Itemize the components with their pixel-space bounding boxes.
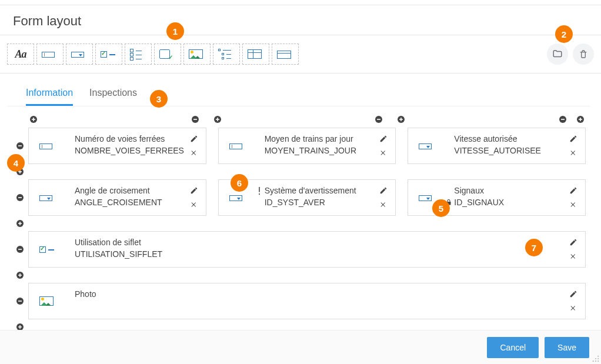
remove-field-button[interactable]: [569, 148, 578, 158]
field-label: Vitesse autorisée: [454, 134, 569, 143]
designer-scroll[interactable]: InformationInspections Numéro de voies f…: [0, 75, 597, 330]
field-card[interactable]: Utilisation de sifletUTILISATION_SIFFLET: [28, 231, 586, 268]
image-field-tool[interactable]: [183, 44, 211, 65]
select-field-icon: [38, 192, 57, 203]
panel-field-icon: [276, 48, 295, 60]
remove-field-button[interactable]: [189, 148, 199, 158]
tab-inspections[interactable]: Inspections: [89, 88, 137, 106]
column-handles: [12, 112, 586, 126]
field-card[interactable]: Angle de croisementANGLE_CROISEMENT: [28, 179, 206, 216]
text-field-icon: [41, 48, 59, 60]
edit-field-button[interactable]: [569, 238, 578, 247]
remove-field-button[interactable]: [379, 148, 388, 158]
edit-field-button[interactable]: [569, 134, 578, 143]
svg-point-22: [597, 360, 599, 362]
select-field-tool[interactable]: [66, 44, 93, 65]
remove-column-button[interactable]: [373, 114, 384, 125]
dialog-footer: Cancel Save: [0, 330, 601, 364]
add-column-button[interactable]: [212, 114, 223, 125]
resize-grip-icon[interactable]: [592, 355, 600, 363]
field-card[interactable]: Vitesse autoriséeVITESSE_AUTORISEE: [408, 128, 586, 164]
add-column-button[interactable]: [575, 114, 586, 125]
tree-field-icon: [217, 48, 236, 60]
field-card[interactable]: SignauxID_SIGNAUX: [408, 179, 586, 216]
field-label: Utilisation de siflet: [75, 238, 569, 247]
svg-point-20: [593, 360, 594, 362]
check-field-icon: [99, 48, 118, 60]
remove-field-button[interactable]: [379, 200, 388, 209]
field-label: Angle de croisement: [75, 186, 189, 195]
layout-row: Numéro de voies ferréesNOMBRE_VOIES_FERR…: [12, 128, 586, 164]
field-label: Signaux: [454, 186, 569, 195]
select-field-icon: [418, 192, 436, 203]
table-field-tool[interactable]: [242, 44, 269, 65]
image-field-icon: [38, 295, 57, 307]
image-field-icon: [188, 48, 206, 60]
table-field-icon: [246, 48, 265, 60]
date-field-icon: [158, 48, 177, 60]
text-field-icon: [228, 140, 247, 152]
remove-field-button[interactable]: [189, 200, 199, 209]
delete-button[interactable]: [573, 44, 594, 65]
remove-column-button[interactable]: [557, 114, 568, 125]
open-folder-button[interactable]: [547, 44, 568, 65]
edit-field-button[interactable]: [569, 186, 578, 195]
svg-rect-10: [259, 187, 260, 192]
svg-point-19: [597, 358, 599, 359]
check-field-icon: [38, 243, 57, 255]
field-card[interactable]: Moyen de trains par jourMOYEN_TRAINS_JOU…: [218, 128, 396, 164]
remove-row-button[interactable]: [15, 192, 25, 203]
edit-field-button[interactable]: [189, 134, 199, 143]
folder-icon: [552, 49, 563, 59]
layout-row: Utilisation de sifletUTILISATION_SIFFLET: [12, 231, 586, 268]
remove-field-button[interactable]: [569, 252, 578, 261]
edit-field-button[interactable]: [189, 186, 199, 195]
text-field-icon: [38, 140, 57, 152]
field-name: ID_SIGNAUX: [454, 198, 569, 207]
add-column-button[interactable]: [396, 114, 406, 125]
remove-field-button[interactable]: [569, 200, 578, 209]
checkbox-field-tool[interactable]: [95, 44, 122, 65]
edit-field-button[interactable]: [379, 134, 388, 143]
lock-icon: [445, 199, 452, 206]
text-field-tool[interactable]: [36, 44, 64, 65]
checklist-field-tool[interactable]: [125, 44, 152, 65]
panel-field-tool[interactable]: [272, 44, 299, 65]
field-card[interactable]: Système d'avertissementID_SYST_AVER: [218, 179, 396, 216]
date-field-tool[interactable]: [154, 44, 181, 65]
layout-row: Angle de croisementANGLE_CROISEMENTSystè…: [12, 179, 586, 216]
layout-grid: Numéro de voies ferréesNOMBRE_VOIES_FERR…: [7, 106, 590, 330]
tree-field-tool[interactable]: [213, 44, 240, 65]
save-button[interactable]: Save: [545, 337, 589, 358]
toolbox: Aa: [0, 35, 601, 74]
remove-row-button[interactable]: [15, 141, 25, 151]
label-field-tool[interactable]: Aa: [7, 44, 34, 65]
field-label: Photo: [75, 289, 569, 299]
edit-field-button[interactable]: [569, 289, 578, 299]
add-row-button[interactable]: [15, 218, 25, 229]
remove-row-button[interactable]: [15, 296, 25, 306]
remove-column-button[interactable]: [190, 114, 201, 125]
layout-row: Photo: [12, 283, 586, 319]
tab-information[interactable]: Information: [26, 88, 73, 106]
svg-point-17: [597, 356, 599, 357]
checklist-field-icon: [129, 48, 148, 60]
select-field-icon: [228, 192, 247, 203]
field-label: Système d'avertissement: [265, 186, 379, 195]
tab-bar: InformationInspections: [7, 75, 590, 106]
remove-row-button[interactable]: [15, 244, 25, 255]
field-card[interactable]: Numéro de voies ferréesNOMBRE_VOIES_FERR…: [28, 128, 206, 164]
cancel-button[interactable]: Cancel: [487, 337, 539, 358]
add-column-button[interactable]: [28, 114, 39, 125]
svg-point-21: [595, 360, 596, 362]
aa-field-icon: Aa: [11, 48, 30, 60]
add-row-button[interactable]: [15, 166, 25, 177]
field-label: Numéro de voies ferrées: [75, 134, 189, 143]
field-card[interactable]: Photo: [28, 283, 586, 319]
edit-field-button[interactable]: [379, 186, 388, 195]
field-name: MOYEN_TRAINS_JOUR: [265, 146, 379, 155]
svg-rect-11: [259, 193, 260, 195]
remove-field-button[interactable]: [569, 303, 578, 313]
add-row-button[interactable]: [15, 322, 25, 330]
add-row-button[interactable]: [15, 270, 25, 280]
